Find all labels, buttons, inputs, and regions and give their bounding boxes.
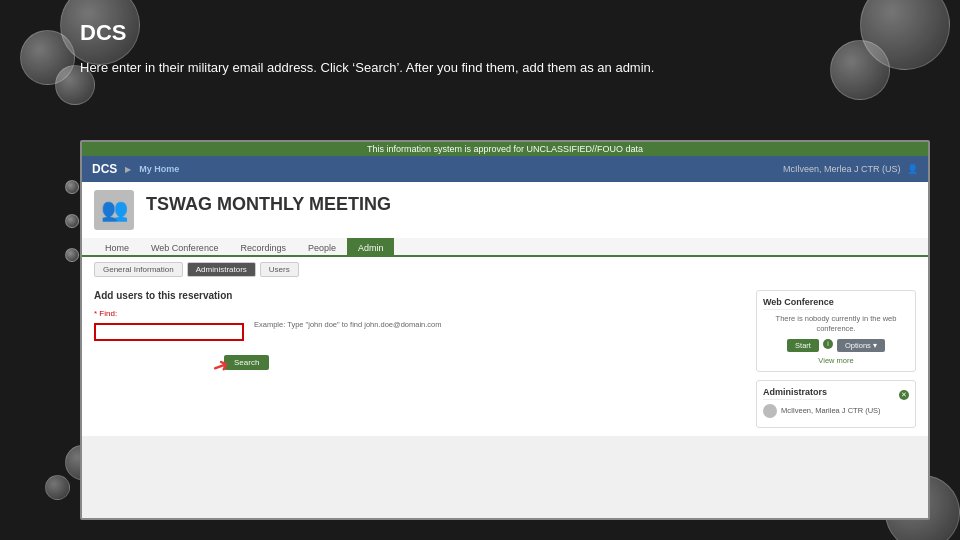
user-display: McIlveen, Merlea J CTR (US) [783,164,901,174]
tab-web-conference[interactable]: Web Conference [140,238,229,257]
left-panel: Add users to this reservation * Find: Ex… [94,290,744,428]
web-conference-panel: Web Conference There is nobody currently… [756,290,916,372]
search-button[interactable]: Search [224,355,269,370]
tab-home[interactable]: Home [94,238,140,257]
meeting-area: 👥 TSWAG MONTHLY MEETING [82,182,928,238]
web-conf-title: Web Conference [763,297,834,310]
find-label: * Find: [94,309,244,318]
tab-recordings[interactable]: Recordings [229,238,297,257]
app-header: DCS ▸ My Home McIlveen, Merlea J CTR (US… [82,156,928,182]
tab-admin[interactable]: Admin [347,238,395,257]
sub-tabs: General Information Administrators Users [82,257,928,282]
app-header-right: McIlveen, Merlea J CTR (US) 👤 [783,164,918,174]
admins-title: Administrators [763,387,827,400]
user-icon: 👤 [907,164,918,174]
bullet-dot [65,214,79,228]
info-icon[interactable]: i [823,339,833,349]
slide-title: DCS [80,20,940,46]
nav-tabs: Home Web Conference Recordings People Ad… [82,238,928,257]
bullet-dot [65,180,79,194]
web-conf-status: There is nobody currently in the web con… [763,314,909,334]
panel-header: Web Conference [763,297,909,314]
app-name: DCS [92,162,117,176]
subtab-users[interactable]: Users [260,262,299,277]
separator: ▸ [125,163,131,176]
bullet-dot [65,248,79,262]
bubble-decoration [45,475,70,500]
bullet-list [65,180,79,262]
screenshot-frame: This information system is approved for … [80,140,930,520]
avatar-icon: 👥 [101,197,128,223]
admins-info-icon[interactable]: ✕ [899,390,909,400]
form-section-title: Add users to this reservation [94,290,744,301]
options-button[interactable]: Options ▾ [837,339,885,352]
slide-description: Here enter in their military email addre… [80,58,760,79]
meeting-title: TSWAG MONTHLY MEETING [146,194,391,215]
form-row: * Find: Example: Type "john doe" to find… [94,309,744,341]
app-banner: This information system is approved for … [82,142,928,156]
administrators-panel: Administrators ✕ McIlveen, Marilea J CTR… [756,380,916,428]
admins-panel-header: Administrators ✕ [763,387,909,404]
subtab-administrators[interactable]: Administrators [187,262,256,277]
form-hint: Example: Type "john doe" to find john.do… [254,320,442,329]
app-header-left: DCS ▸ My Home [92,162,179,176]
find-input[interactable] [94,323,244,341]
meeting-avatar: 👥 [94,190,134,230]
admin-avatar [763,404,777,418]
admin-item: McIlveen, Marilea J CTR (US) [763,404,909,418]
tab-people[interactable]: People [297,238,347,257]
meeting-info: TSWAG MONTHLY MEETING [146,190,391,215]
view-more-link[interactable]: View more [763,356,909,365]
panel-buttons: Start i Options ▾ [763,339,909,352]
main-layout: Add users to this reservation * Find: Ex… [82,282,928,436]
start-button[interactable]: Start [787,339,819,352]
subtab-general[interactable]: General Information [94,262,183,277]
admin-name: McIlveen, Marilea J CTR (US) [781,406,881,415]
right-panel: Web Conference There is nobody currently… [756,290,916,428]
home-link[interactable]: My Home [139,164,179,174]
